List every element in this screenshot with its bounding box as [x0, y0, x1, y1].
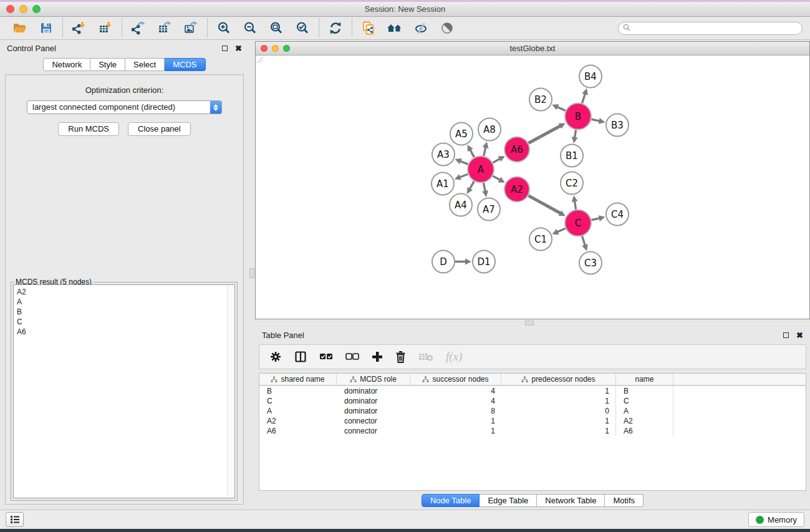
deselect-all-button[interactable]	[345, 349, 359, 364]
cell-successor-nodes[interactable]: 4	[410, 386, 501, 396]
edge-C-C1[interactable]	[557, 228, 566, 232]
edge-A2-C[interactable]	[528, 196, 561, 213]
import-network-button[interactable]	[71, 20, 87, 36]
horizontal-splitter[interactable]	[255, 319, 810, 327]
column-header-successor-nodes[interactable]: successor nodes	[410, 374, 501, 385]
edge-A-A2[interactable]	[493, 176, 500, 180]
table-row[interactable]: A2connector11A2	[259, 416, 806, 426]
column-header-shared-name[interactable]: shared name	[259, 374, 337, 385]
table-row[interactable]: Adominator80A	[259, 406, 806, 416]
node-D1[interactable]: D1	[473, 251, 495, 273]
node-C3[interactable]: C3	[579, 252, 602, 274]
tab-mcds[interactable]: MCDS	[165, 58, 205, 71]
cell-predecessor-nodes[interactable]: 1	[501, 396, 616, 406]
network-zoom-icon[interactable]	[283, 45, 290, 52]
column-layout-button[interactable]	[294, 349, 307, 364]
export-table-button[interactable]	[157, 20, 173, 36]
cell-name[interactable]: A2	[616, 416, 673, 426]
show-all-button[interactable]	[439, 20, 455, 36]
zoom-window-icon[interactable]	[32, 5, 41, 13]
edge-B-B3[interactable]	[591, 119, 599, 121]
column-header-MCDS-role[interactable]: MCDS role	[337, 374, 410, 385]
edge-A-A3[interactable]	[460, 161, 468, 164]
tab-style[interactable]: Style	[90, 58, 125, 71]
node-A1[interactable]: A1	[432, 173, 454, 195]
node-C4[interactable]: C4	[606, 203, 629, 226]
fit-content-button[interactable]	[268, 20, 284, 36]
zoom-out-button[interactable]	[242, 20, 258, 36]
tab-select[interactable]: Select	[125, 58, 165, 71]
table-close-panel-icon[interactable]: ✖	[796, 331, 803, 339]
node-A7[interactable]: A7	[478, 198, 500, 221]
edge-C-C4[interactable]	[591, 218, 599, 220]
mcds-result-list[interactable]: A2ABCA6	[13, 284, 235, 498]
edge-B-B2[interactable]	[557, 107, 565, 110]
network-window-titlebar[interactable]: testGlobe.txt	[256, 42, 809, 56]
cell-successor-nodes[interactable]: 8	[410, 406, 501, 416]
node-B[interactable]: B	[565, 104, 591, 130]
criterion-dropdown[interactable]: largest connected component (directed)	[27, 100, 222, 114]
vertical-splitter[interactable]	[249, 40, 255, 510]
cell-MCDS-role[interactable]: dominator	[337, 396, 410, 406]
node-C2[interactable]: C2	[561, 172, 583, 195]
cell-name[interactable]: A6	[616, 426, 673, 436]
search-input[interactable]	[633, 24, 798, 32]
select-all-button[interactable]	[319, 349, 333, 364]
node-A3[interactable]: A3	[432, 143, 455, 166]
vertical-splitter-grip[interactable]	[249, 268, 254, 278]
edge-A-A4[interactable]	[470, 181, 474, 190]
cell-predecessor-nodes[interactable]: 1	[501, 426, 616, 436]
node-C1[interactable]: C1	[529, 228, 552, 251]
settings-gear-button[interactable]	[269, 349, 282, 364]
mcds-result-item[interactable]: A6	[17, 327, 234, 337]
edge-A6-B[interactable]	[528, 126, 560, 143]
edge-A-A8[interactable]	[484, 147, 486, 156]
close-window-icon[interactable]	[6, 5, 14, 13]
cell-MCDS-role[interactable]: connector	[337, 426, 410, 436]
cell-shared-name[interactable]: B	[259, 386, 337, 396]
cell-name[interactable]: A	[616, 406, 673, 416]
table-float-panel-icon[interactable]	[783, 332, 789, 338]
node-A[interactable]: A	[468, 157, 494, 183]
horizontal-splitter-grip[interactable]	[525, 321, 534, 326]
delete-column-button[interactable]	[395, 349, 406, 364]
cell-predecessor-nodes[interactable]: 1	[501, 386, 616, 396]
tab-node-table[interactable]: Node Table	[422, 494, 480, 507]
cell-MCDS-role[interactable]: dominator	[337, 406, 410, 416]
cell-shared-name[interactable]: A2	[259, 416, 337, 426]
import-table-button[interactable]	[97, 20, 113, 36]
mcds-result-item[interactable]: C	[17, 317, 234, 327]
mcds-result-item[interactable]: B	[17, 307, 234, 317]
node-B4[interactable]: B4	[579, 65, 602, 88]
add-column-button[interactable]	[372, 349, 383, 364]
export-network-button[interactable]	[130, 20, 147, 36]
cell-successor-nodes[interactable]: 1	[410, 416, 501, 426]
float-panel-icon[interactable]	[222, 46, 228, 51]
cell-predecessor-nodes[interactable]: 0	[501, 406, 616, 416]
edge-B-B1[interactable]	[575, 130, 576, 138]
network-minimize-icon[interactable]	[272, 45, 279, 52]
open-file-button[interactable]	[12, 20, 28, 36]
zoom-in-button[interactable]	[216, 20, 232, 36]
cell-name[interactable]: B	[616, 386, 673, 396]
cell-shared-name[interactable]: A	[259, 406, 337, 416]
zoom-selected-button[interactable]	[294, 20, 311, 36]
cell-successor-nodes[interactable]: 4	[410, 396, 501, 406]
node-A4[interactable]: A4	[450, 194, 472, 216]
cell-predecessor-nodes[interactable]: 1	[501, 416, 616, 426]
node-D[interactable]: D	[432, 251, 455, 273]
dropdown-stepper-icon[interactable]	[210, 101, 221, 114]
node-C[interactable]: C	[565, 210, 591, 236]
cell-MCDS-role[interactable]: connector	[337, 416, 410, 426]
edge-A-A6[interactable]	[493, 158, 500, 162]
hide-selected-button[interactable]	[413, 20, 429, 36]
column-header-name[interactable]: name	[616, 374, 673, 385]
network-canvas[interactable]: B4B2BB3A8A5A6A3B1AA1C2A2A4A7C4CC1C3DD1	[256, 56, 809, 319]
resize-grip-icon[interactable]	[256, 56, 263, 63]
tab-motifs[interactable]: Motifs	[605, 494, 644, 507]
edge-A-A5[interactable]	[470, 150, 475, 157]
result-list-scrollbar[interactable]	[227, 286, 234, 497]
minimize-window-icon[interactable]	[19, 5, 27, 13]
edge-C-C3[interactable]	[582, 236, 586, 245]
cell-successor-nodes[interactable]: 1	[410, 426, 501, 436]
